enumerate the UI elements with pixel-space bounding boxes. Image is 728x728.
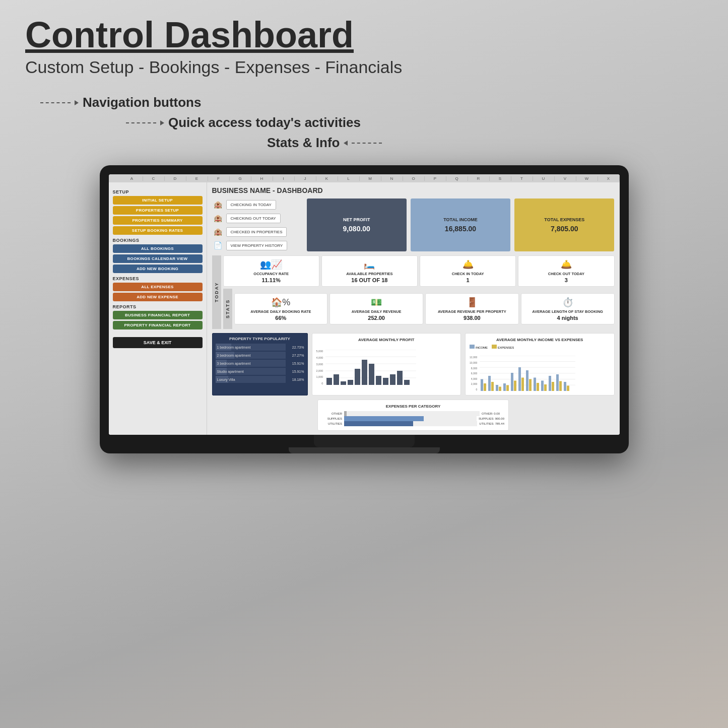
business-financial-report-button[interactable]: BUSINESS FINANCIAL REPORT [113,311,203,319]
monitor: A C D E F G H I J K L M N O P Q R [100,165,629,453]
svg-rect-46 [521,378,524,391]
svg-rect-38 [491,382,494,391]
hotel-icon-1: 🏨 [212,198,224,211]
expenses-category-title: EXPENSES PER CATEGORY [322,404,504,409]
expenses-label: EXPENSES [113,276,203,281]
avg-booking-title: AVERAGE DAILY BOOKING RATE [250,309,311,314]
occupancy-value: 11.11% [261,277,280,283]
profit-y-axis: 5,000 4,000 3,000 2,000 1,000 0 [316,350,324,385]
main-dashboard-content: BUSINESS NAME - DASHBOARD 🏨 CHECKING IN … [207,182,620,435]
svg-rect-58 [567,386,569,391]
all-expenses-button[interactable]: ALL EXPENSES [113,283,203,291]
total-income-label: TOTAL INCOME [443,217,478,222]
svg-rect-54 [552,382,554,391]
view-property-history-button[interactable]: VIEW PROPERTY HISTORY [226,241,288,250]
svg-rect-40 [499,387,501,391]
avg-monthly-profit-chart: AVERAGE MONTHLY PROFIT 5,000 4,000 3,000… [312,333,461,395]
svg-rect-42 [506,385,509,391]
action-row-1: 🏨 CHECKING IN TODAY [212,198,303,211]
metrics-container: 👥📈 OCCUPANCY RATE 11.11% 🛏️ AVAILABLE PR… [223,255,615,329]
reports-label: REPORTS [113,304,203,309]
annotation-nav: Navigation buttons [83,95,201,110]
svg-rect-49 [534,378,536,391]
exp-bar-supplies [344,416,477,421]
svg-rect-45 [518,367,521,391]
action-row-2: 🏨 CHECKING OUT TODAY [212,212,303,224]
hotel-icon-2: 🏨 [212,212,224,224]
charts-area: PROPERTY TYPE POPULARITY 1 bedroom apart… [212,333,615,395]
door-icon: 🚪 [467,297,478,308]
col-i: J [295,176,316,181]
check-in-value: 1 [467,277,470,283]
properties-summary-button[interactable]: PROPERTIES SUMMARY [113,216,203,225]
svg-rect-11 [369,364,374,385]
svg-rect-41 [503,383,506,391]
avg-stay-title: AVERAGE LENGTH OF STAY BOOKING [532,309,603,314]
monitor-wrapper: A C D E F G H I J K L M N O P Q R [25,165,703,453]
avg-per-prop-value: 938.00 [464,315,481,321]
checking-in-today-button[interactable]: CHECKING IN TODAY [226,200,276,210]
all-bookings-button[interactable]: ALL BOOKINGS [113,244,203,253]
col-c: D [165,176,186,181]
stats-metrics-row: STATS 🏠% AVERAGE DAILY BOOKING RATE 66% … [223,289,615,329]
sidebar: SETUP INITIAL SETUP PROPERTIES SETUP PRO… [109,182,207,435]
check-in-today-card: 🛎️ CHECK IN TODAY 1 [420,255,516,287]
check-in-title: CHECK IN TODAY [452,272,484,276]
exp-row-supplies: SUPPLIES SUPPLIES: 900.00 [322,416,504,421]
property-financial-report-button[interactable]: PROPERTY FINANCIAL REPORT [113,321,203,329]
total-expenses-value: 7,805.00 [551,225,578,233]
col-u: V [555,176,576,181]
avg-revenue-per-property-card: 🚪 AVERAGE REVENUE PER PROPERTY 938.00 [425,293,519,324]
col-r: S [490,176,511,181]
avg-length-stay-card: ⏱️ AVERAGE LENGTH OF STAY BOOKING 4 nigh… [521,293,615,324]
occupancy-title: OCCUPANCY RATE [253,272,289,276]
avg-revenue-value: 252.00 [368,315,385,321]
add-new-booking-button[interactable]: ADD NEW BOOKING [113,264,203,273]
popularity-items: 1 bedroom apartment 22.73% 2 bedroom apa… [216,344,304,383]
svg-rect-39 [496,385,498,391]
today-stats-rows: TODAY 👥📈 OCCUPANCY RATE 11.11% [212,255,615,329]
annotations-container: Navigation buttons Quick access today's … [25,90,703,160]
page-subtitle: Custom Setup - Bookings - Expenses - Fin… [25,57,703,77]
expenses-category-chart: EXPENSES PER CATEGORY OTHER OTHER: 0.00 [317,400,509,431]
properties-setup-button[interactable]: PROPERTIES SETUP [113,206,203,215]
checked-in-properties-button[interactable]: CHECKED IN PROPERTIES [226,227,287,237]
annotation-quick: Quick access today's activities [168,115,361,130]
bell-icon-2: 🛎️ [561,259,572,270]
add-new-expense-button[interactable]: ADD NEW EXPENSE [113,293,203,301]
bookings-label: BOOKINGS [113,238,203,243]
col-l: M [360,176,381,181]
popularity-chart: PROPERTY TYPE POPULARITY 1 bedroom apart… [212,333,308,395]
svg-rect-55 [556,374,559,391]
total-income-card: TOTAL INCOME 16,885.00 [411,198,510,251]
net-profit-value: 9,080.00 [343,225,370,233]
setup-label: SETUP [113,189,203,194]
available-title: AVAILABLE PROPERTIES [346,272,392,276]
svg-rect-35 [481,379,483,391]
income-expenses-legend: INCOME EXPENSES [470,345,610,349]
svg-rect-14 [390,374,395,385]
income-y-axis: 12,000 10,000 8,000 6,000 4,000 2,000 0 [470,356,478,391]
setup-booking-rates-button[interactable]: SETUP BOOKING RATES [113,226,203,235]
col-k: L [338,176,360,181]
net-profit-label: NET PROFIT [343,217,370,222]
avg-per-prop-title: AVERAGE REVENUE PER PROPERTY [438,309,506,314]
page-title: Control Dashboard [25,15,703,55]
bookings-calendar-button[interactable]: BOOKINGS CALENDAR VIEW [113,254,203,263]
checking-out-today-button[interactable]: CHECKING OUT TODAY [226,214,281,223]
pop-item-4: Studio apartment 15.91% [216,368,304,375]
col-j: K [316,176,338,181]
svg-rect-15 [397,371,403,385]
exp-val-supplies: SUPPLIES: 900.00 [479,417,504,420]
initial-setup-button[interactable]: INITIAL SETUP [113,196,203,205]
save-exit-button[interactable]: SAVE & EXIT [113,337,203,348]
avg-daily-booking-card: 🏠% AVERAGE DAILY BOOKING RATE 66% [234,293,328,324]
svg-rect-6 [334,374,339,385]
col-f: G [230,176,251,181]
popularity-title: PROPERTY TYPE POPULARITY [216,337,304,341]
svg-rect-37 [488,376,491,391]
action-panel: 🏨 CHECKING IN TODAY 🏨 CHECKING OUT TODAY… [212,198,303,251]
col-t: U [533,176,555,181]
check-out-title: CHECK OUT TODAY [548,272,584,276]
avg-profit-title: AVERAGE MONTHLY PROFIT [316,338,457,342]
